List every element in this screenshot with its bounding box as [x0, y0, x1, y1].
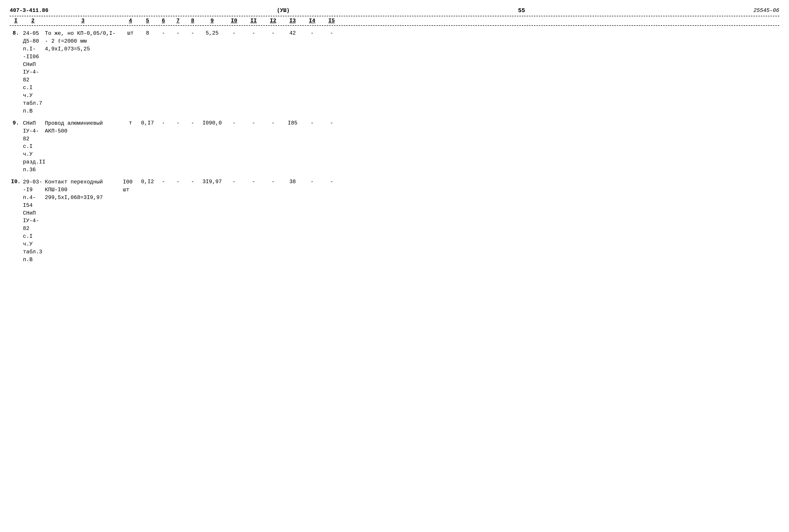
col-header-14: I4: [302, 17, 322, 24]
row-col11-9: -: [244, 119, 263, 128]
doc-series: (УШ): [277, 7, 290, 14]
doc-code: 25545-06: [753, 7, 779, 14]
row-col8-9: -: [185, 119, 200, 128]
row-unit-9: т: [122, 119, 139, 128]
col-header-4: 4: [122, 17, 139, 24]
col-header-12: I2: [263, 17, 283, 24]
row-col13-9: I85: [283, 119, 302, 128]
row-ref-9: СНиП IУ-4-82 с.I ч.У разд.II п.36: [22, 119, 44, 174]
row-col6-8: -: [156, 29, 171, 38]
col-header-11: II: [244, 17, 263, 24]
col-header-6: 6: [156, 17, 171, 24]
row-col7-9: -: [171, 119, 185, 128]
row-qty-10: 0,I2: [139, 178, 156, 186]
col-header-7: 7: [171, 17, 185, 24]
row-unit-10: I00 шт: [122, 178, 139, 194]
row-col8-8: -: [185, 29, 200, 38]
row-col9-8: 5,25: [200, 29, 224, 38]
row-col7-10: -: [171, 178, 185, 186]
row-col15-9: -: [322, 119, 341, 128]
row-col13-8: 42: [283, 29, 302, 38]
row-col13-10: 38: [283, 178, 302, 186]
data-section-8: 8. 24-05 Д5-80 п.I- -II06 СНиП IУ-4-82 с…: [10, 29, 779, 116]
row-col11-8: -: [244, 29, 263, 38]
table-row: 9. СНиП IУ-4-82 с.I ч.У разд.II п.36 Про…: [10, 119, 779, 174]
row-col12-10: -: [263, 178, 283, 186]
page-header: 407-З-411.86 (УШ) 55 25545-06: [10, 7, 779, 14]
col-header-1: I: [10, 17, 22, 24]
col-header-2: 2: [22, 17, 44, 24]
page-number: 55: [518, 7, 525, 14]
row-num-10: I0.: [10, 178, 22, 186]
row-col8-10: -: [185, 178, 200, 186]
row-unit-8: шт: [122, 29, 139, 38]
table-row: 8. 24-05 Д5-80 п.I- -II06 СНиП IУ-4-82 с…: [10, 29, 779, 116]
row-col15-10: -: [322, 178, 341, 186]
data-section-9: 9. СНиП IУ-4-82 с.I ч.У разд.II п.36 Про…: [10, 119, 779, 174]
top-divider: [10, 16, 779, 16]
col-header-9: 9: [200, 17, 224, 24]
table-row: I0. 29-03- -I9 п.4-I54 СНиП IУ-4-82 с.I …: [10, 178, 779, 264]
col-header-15: I5: [322, 17, 341, 24]
col-header-10: I0: [224, 17, 244, 24]
row-col15-8: -: [322, 29, 341, 38]
row-col7-8: -: [171, 29, 185, 38]
doc-number: 407-З-411.86: [10, 7, 48, 14]
col-header-3: 3: [44, 17, 122, 24]
row-col6-9: -: [156, 119, 171, 128]
row-desc-8: То же, но КП-0,05/0,I- - 2 ℓ=2000 мм 4,9…: [44, 29, 122, 54]
row-ref-10: 29-03- -I9 п.4-I54 СНиП IУ-4-82 с.I ч.У …: [22, 178, 44, 264]
column-headers: I 2 3 4 5 6 7 8 9 I0 II I2 I3 I4 I5: [10, 17, 779, 26]
row-num-8: 8.: [10, 29, 22, 38]
row-col11-10: -: [244, 178, 263, 186]
data-section-10: I0. 29-03- -I9 п.4-I54 СНиП IУ-4-82 с.I …: [10, 178, 779, 264]
row-desc-9: Провод алюминиевый АКП-500: [44, 119, 122, 136]
row-col9-9: I090,0: [200, 119, 224, 128]
col-header-5: 5: [139, 17, 156, 24]
row-col12-8: -: [263, 29, 283, 38]
col-header-13: I3: [283, 17, 302, 24]
row-col10-10: -: [224, 178, 244, 186]
row-col14-8: -: [302, 29, 322, 38]
row-col14-9: -: [302, 119, 322, 128]
row-qty-8: 8: [139, 29, 156, 38]
row-qty-9: 0,I7: [139, 119, 156, 128]
row-num-9: 9.: [10, 119, 22, 128]
row-col10-9: -: [224, 119, 244, 128]
row-col6-10: -: [156, 178, 171, 186]
row-col12-9: -: [263, 119, 283, 128]
row-desc-10: Контакт переходный КПШ-I00 299,5хI,068=3…: [44, 178, 122, 202]
row-ref-8: 24-05 Д5-80 п.I- -II06 СНиП IУ-4-82 с.I …: [22, 29, 44, 116]
col-header-8: 8: [185, 17, 200, 24]
row-col10-8: -: [224, 29, 244, 38]
row-col9-10: 3I9,97: [200, 178, 224, 186]
row-col14-10: -: [302, 178, 322, 186]
